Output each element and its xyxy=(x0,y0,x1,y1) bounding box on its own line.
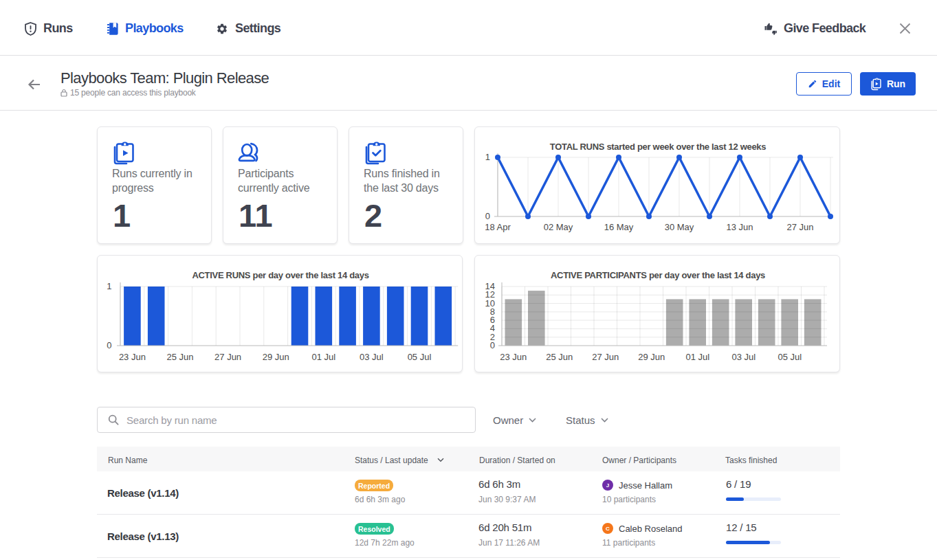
svg-text:16 May: 16 May xyxy=(604,222,634,232)
svg-text:05 Jul: 05 Jul xyxy=(778,352,802,362)
svg-text:0: 0 xyxy=(485,211,490,221)
svg-text:27 Jun: 27 Jun xyxy=(214,352,241,362)
svg-text:03 Jul: 03 Jul xyxy=(731,352,756,362)
svg-text:29 Jun: 29 Jun xyxy=(263,352,289,362)
svg-text:ACTIVE RUNS per day over the l: ACTIVE RUNS per day over the last 14 day… xyxy=(192,270,368,280)
svg-text:02 May: 02 May xyxy=(544,222,573,232)
svg-text:1: 1 xyxy=(107,281,111,291)
svg-text:TOTAL RUNS started per week ov: TOTAL RUNS started per week over the las… xyxy=(550,142,767,152)
svg-text:13 Jun: 13 Jun xyxy=(726,222,753,232)
svg-text:25 Jun: 25 Jun xyxy=(546,352,573,362)
svg-text:ACTIVE PARTICIPANTS per day ov: ACTIVE PARTICIPANTS per day over the las… xyxy=(551,270,765,280)
svg-text:23 Jun: 23 Jun xyxy=(119,352,146,362)
svg-text:03 Jul: 03 Jul xyxy=(360,352,384,362)
svg-text:0: 0 xyxy=(107,340,111,350)
svg-text:30 May: 30 May xyxy=(665,222,694,232)
svg-text:01 Jul: 01 Jul xyxy=(685,352,709,362)
svg-text:14: 14 xyxy=(485,281,495,291)
svg-text:18 Apr: 18 Apr xyxy=(485,222,511,232)
svg-text:25 Jun: 25 Jun xyxy=(166,352,193,362)
svg-text:05 Jul: 05 Jul xyxy=(408,352,432,362)
svg-text:29 Jun: 29 Jun xyxy=(638,352,665,362)
svg-text:23 Jun: 23 Jun xyxy=(500,352,527,362)
svg-text:01 Jul: 01 Jul xyxy=(311,352,335,362)
svg-text:27 Jun: 27 Jun xyxy=(592,352,619,362)
svg-text:27 Jun: 27 Jun xyxy=(786,222,813,232)
svg-text:1: 1 xyxy=(485,152,490,162)
